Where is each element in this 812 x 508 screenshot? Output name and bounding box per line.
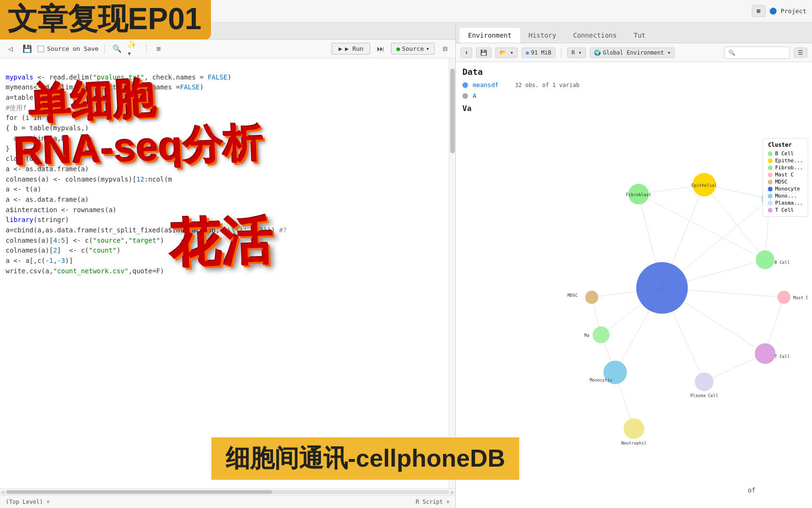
data-dot-a bbox=[462, 93, 468, 99]
project-label: 🔵 Project bbox=[769, 8, 806, 15]
ep-badge-text: 文章复现EP01 bbox=[8, 4, 202, 34]
legend-item-plasma: Plasma... bbox=[768, 199, 803, 206]
status-script-type[interactable]: R Script ÷ bbox=[416, 499, 450, 505]
grid-button[interactable]: ⊞ bbox=[752, 5, 766, 17]
save-icon[interactable]: 💾 bbox=[21, 42, 34, 56]
legend-item-monocytic: Mono... bbox=[768, 192, 803, 199]
legend-dot-bcell bbox=[768, 151, 773, 156]
go-back-icon[interactable]: ◁ bbox=[4, 42, 17, 56]
re-run-icon[interactable]: ⏭ bbox=[374, 42, 387, 56]
legend-item-fibroblast: Fibrob... bbox=[768, 164, 803, 171]
tab-environment[interactable]: Environment bbox=[460, 28, 520, 43]
svg-text:T Cell: T Cell bbox=[774, 354, 789, 359]
legend-dot-mdsc bbox=[768, 180, 773, 184]
pagination-area: of bbox=[748, 486, 756, 494]
editor-scrollbar[interactable] bbox=[449, 58, 455, 488]
svg-text:Fibroblast: Fibroblast bbox=[626, 192, 651, 197]
legend-dot-plasma bbox=[768, 201, 773, 206]
cluster-legend: Cluster B Cell Epithe... Fibrob... bbox=[763, 138, 808, 217]
editor-status: (Top Level) ÷ R Script ÷ bbox=[0, 495, 455, 508]
tab-history[interactable]: History bbox=[520, 28, 565, 43]
legend-dot-mastc bbox=[768, 173, 773, 177]
separator-2 bbox=[146, 44, 147, 54]
variables-section-header: Va bbox=[456, 101, 812, 115]
separator-1 bbox=[104, 44, 105, 54]
network-edges bbox=[592, 185, 784, 429]
legend-item-mastc: Mast C bbox=[768, 171, 803, 178]
h-scrollbar[interactable]: ◁ ▷ bbox=[0, 488, 455, 495]
svg-text:Neutrophil: Neutrophil bbox=[621, 441, 647, 445]
env-load-button[interactable]: 📂 ▾ bbox=[495, 48, 517, 58]
legend-item-tcell: T Cell bbox=[768, 206, 803, 214]
legend-dot-epithelial bbox=[768, 159, 773, 163]
overlay-title1: 单细胞 bbox=[27, 77, 156, 126]
format-icon[interactable]: ≡ bbox=[152, 42, 165, 56]
env-menu-icon[interactable]: ☰ bbox=[794, 48, 807, 58]
align-icon[interactable]: ⊟ bbox=[438, 42, 452, 56]
svg-text:Plasma Cell: Plasma Cell bbox=[690, 393, 718, 398]
search-icon[interactable]: 🔍 bbox=[110, 42, 124, 56]
source-on-save-checkbox[interactable] bbox=[38, 46, 44, 52]
magic-wand-icon[interactable]: ✨ ▾ bbox=[127, 42, 141, 56]
right-toolbar: ⬆️ 💾 📂 ▾ ● 91 MiB R ▾ 🌍 Global Environme… bbox=[456, 43, 812, 62]
ep-badge: 文章复现EP01 bbox=[0, 0, 211, 40]
tab-tutorial[interactable]: Tut bbox=[625, 28, 654, 43]
overlay-subtitle: 细胞间通讯-cellphoneDB bbox=[211, 437, 519, 480]
run-button[interactable]: ▶ ▶ Run bbox=[331, 43, 370, 55]
svg-line-16 bbox=[639, 194, 765, 260]
r-dropdown[interactable]: R ▾ bbox=[567, 48, 586, 58]
source-button[interactable]: ● Source ▾ bbox=[391, 43, 435, 55]
source-chevron-icon: ▾ bbox=[426, 45, 429, 52]
node-neutrophil[interactable] bbox=[624, 418, 644, 439]
global-env-dropdown[interactable]: 🌍 Global Environment ▾ bbox=[590, 48, 675, 58]
overlay-title2: RNA-seq分析 bbox=[14, 123, 264, 171]
overlay-title3: 花活 bbox=[168, 214, 273, 270]
pagination-of: of bbox=[748, 486, 756, 494]
node-plasmacell[interactable] bbox=[695, 373, 714, 391]
node-monocyte[interactable] bbox=[636, 262, 688, 314]
source-dot-icon: ● bbox=[396, 45, 400, 52]
right-panel: Environment History Connections Tut ⬆️ 💾… bbox=[456, 23, 812, 508]
import-button[interactable]: ⬆️ bbox=[461, 48, 472, 58]
legend-dot-fibroblast bbox=[768, 166, 773, 170]
svg-text:Epithelial: Epithelial bbox=[692, 183, 717, 188]
legend-title: Cluster bbox=[768, 142, 803, 148]
legend-dot-monocyte bbox=[768, 187, 773, 191]
source-on-save-group: Source on Save bbox=[38, 45, 99, 52]
data-section-header: Data bbox=[456, 62, 812, 79]
legend-dot-monocytic bbox=[768, 194, 773, 198]
node-mastc[interactable] bbox=[777, 291, 790, 304]
data-item-meansdf[interactable]: meansdf 32 obs. of 1 variab bbox=[456, 79, 812, 90]
env-search-input[interactable] bbox=[724, 47, 790, 59]
node-bcell[interactable] bbox=[756, 250, 774, 269]
legend-item-epithelial: Epithe... bbox=[768, 157, 803, 164]
status-level[interactable]: (Top Level) ÷ bbox=[6, 499, 50, 505]
svg-text:Mast C: Mast C bbox=[793, 295, 808, 300]
data-name-a: A bbox=[473, 92, 482, 99]
globe-icon: 🌍 bbox=[594, 49, 601, 56]
svg-text:MDSC: MDSC bbox=[568, 293, 578, 298]
editor-toolbar: ◁ 💾 Source on Save 🔍 ✨ ▾ ≡ ▶ ▶ Run ⏭ ● S… bbox=[0, 40, 455, 58]
node-ma[interactable] bbox=[593, 326, 609, 343]
memory-button[interactable]: ● 91 MiB bbox=[522, 48, 556, 58]
env-save-button[interactable]: 💾 bbox=[476, 48, 492, 58]
data-item-a[interactable]: A bbox=[456, 90, 812, 101]
legend-dot-tcell bbox=[768, 208, 773, 213]
right-tabs: Environment History Connections Tut bbox=[456, 23, 812, 43]
svg-text:Monocytic: Monocytic bbox=[590, 378, 613, 382]
source-on-save-label: Source on Save bbox=[47, 45, 99, 52]
svg-text:B Cell: B Cell bbox=[774, 260, 789, 265]
data-dot-icon bbox=[462, 82, 468, 88]
tab-connections[interactable]: Connections bbox=[565, 28, 625, 43]
legend-item-monocyte: Monocyte bbox=[768, 185, 803, 192]
node-tcell[interactable] bbox=[755, 343, 775, 364]
scrollbar-thumb[interactable] bbox=[450, 69, 455, 153]
node-mdsc[interactable] bbox=[585, 291, 598, 304]
svg-text:Ma: Ma bbox=[584, 333, 589, 338]
run-arrow-icon: ▶ bbox=[338, 45, 342, 52]
legend-item-mdsc: MDSC bbox=[768, 178, 803, 185]
legend-item-bcell: B Cell bbox=[768, 150, 803, 157]
